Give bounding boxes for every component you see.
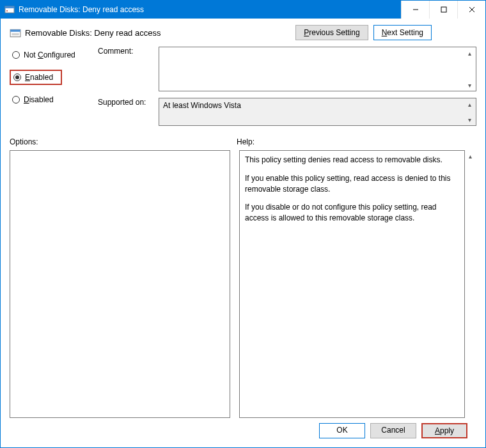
svg-point-2 — [6, 10, 8, 12]
comment-textarea[interactable]: ▴ ▾ — [159, 47, 476, 91]
policy-icon — [4, 4, 15, 15]
radio-not-configured[interactable]: Not Configured — [10, 49, 91, 61]
close-icon — [469, 6, 475, 13]
minimize-icon — [412, 6, 419, 13]
options-label: Options: — [10, 137, 237, 146]
radio-icon — [13, 73, 21, 81]
apply-button[interactable]: Apply — [421, 423, 467, 438]
svg-rect-9 — [12, 33, 19, 35]
scroll-up-icon[interactable]: ▴ — [469, 151, 472, 161]
policy-title: Removable Disks: Deny read access — [25, 28, 161, 38]
scroll-up-icon[interactable]: ▴ — [464, 48, 474, 58]
policy-header-icon — [10, 27, 20, 38]
supported-on-textbox: At least Windows Vista ▴ ▾ — [159, 98, 476, 126]
radio-icon — [12, 96, 20, 104]
scroll-up-icon[interactable]: ▴ — [464, 99, 474, 109]
titlebar: Removable Disks: Deny read access — [1, 1, 485, 19]
help-paragraph: If you disable or do not configure this … — [245, 202, 459, 224]
window-title: Removable Disks: Deny read access — [19, 5, 144, 14]
supported-label: Supported on: — [98, 98, 152, 107]
svg-rect-8 — [10, 29, 20, 31]
comment-label: Comment: — [98, 47, 152, 56]
minimize-button[interactable] — [401, 1, 429, 19]
radio-enabled[interactable]: Enabled — [10, 70, 62, 85]
maximize-icon — [441, 6, 447, 13]
close-button[interactable] — [457, 1, 485, 19]
svg-rect-4 — [441, 7, 446, 12]
scroll-down-icon[interactable]: ▾ — [464, 80, 474, 90]
help-paragraph: If you enable this policy setting, read … — [245, 173, 459, 195]
scroll-down-icon[interactable]: ▾ — [464, 114, 474, 125]
ok-button[interactable]: OK — [319, 423, 365, 438]
help-paragraph: This policy setting denies read access t… — [245, 155, 459, 166]
help-panel: This policy setting denies read access t… — [239, 150, 465, 418]
previous-setting-button[interactable]: Previous Setting — [295, 25, 368, 40]
help-label: Help: — [237, 137, 255, 146]
svg-rect-1 — [5, 6, 14, 8]
radio-disabled[interactable]: Disabled — [10, 94, 91, 105]
policy-editor-window: Removable Disks: Deny read access Remova… — [0, 0, 486, 448]
maximize-button[interactable] — [429, 1, 457, 19]
options-panel — [10, 150, 230, 418]
next-setting-button[interactable]: Next Setting — [373, 25, 432, 40]
cancel-button[interactable]: Cancel — [370, 423, 416, 438]
radio-icon — [12, 51, 20, 59]
